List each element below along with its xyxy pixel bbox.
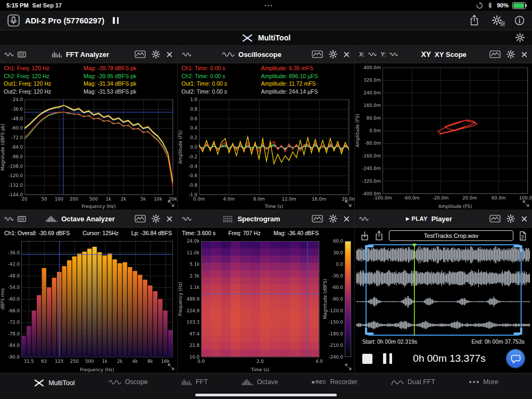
panel-title: Player [431,215,452,223]
tab-fft[interactable]: FFT [181,378,208,386]
oscilloscope-chart[interactable] [178,96,354,210]
fft-icon [52,51,62,58]
xy-icon: XY [421,50,431,59]
chart-options-icon[interactable] [135,215,146,222]
close-icon[interactable] [343,215,350,222]
scope-panel-header: Oscilloscope [178,46,354,63]
close-icon[interactable] [166,215,173,222]
tab-more[interactable]: More [469,378,498,386]
input-signal-icon[interactable] [182,52,192,57]
gear-icon[interactable] [506,214,515,223]
window-function-icon[interactable] [18,52,26,57]
gear-icon[interactable] [152,50,160,59]
oscilloscope-icon [222,52,235,57]
close-icon[interactable] [343,51,350,58]
gear-icon[interactable] [506,50,515,59]
more-icon [469,380,479,384]
rotation-lock-icon [476,2,483,9]
chat-bubble-icon [511,354,521,363]
tab-dual-fft[interactable]: Dual FFT [391,378,435,386]
xy-chart[interactable] [355,63,532,210]
spectrogram-chart[interactable] [178,238,354,373]
play-icon: ▶ [406,216,410,221]
panel-title: Spectrogram [237,215,280,223]
settings-gears-icon[interactable] [492,15,502,25]
file-info-icon[interactable] [519,231,527,241]
pause-button[interactable] [383,353,392,364]
export-file-icon[interactable] [375,230,384,241]
y-signal-icon[interactable] [389,52,398,57]
panel-title: XY Scope [435,51,467,59]
panel-title: Octave Analyzer [61,215,115,223]
panel-fft-analyzer: FFT Analyzer Ch1: Freq: 120 HzMag: -39.7… [0,45,177,210]
close-icon[interactable] [521,215,528,222]
tab-recorder[interactable]: REC Recorder [312,378,358,386]
gear-small-icon [500,21,505,27]
selection-end: End: 0h 00m 37.753s [471,338,525,345]
player-waveform[interactable] [356,243,531,337]
chart-options-icon[interactable] [312,51,323,58]
spectrogram-icon [223,215,234,222]
info-icon[interactable] [514,15,525,26]
gear-icon[interactable] [329,214,337,223]
selection-times: Start: 0h 00m 02.319s End: 0h 00m 37.753… [355,337,532,346]
home-indicator[interactable] [195,394,337,396]
filename-box[interactable]: TestTracks Crop.wav [389,230,513,241]
tab-multitool[interactable]: MultiTool [34,378,74,387]
input-signal-icon[interactable] [4,216,14,222]
gear-icon[interactable] [152,214,160,223]
battery-percent: 90% [497,2,509,9]
oscilloscope-icon [109,379,121,385]
panel-title: Oscilloscope [238,51,281,59]
gear-icon[interactable] [329,50,337,59]
share-icon[interactable] [469,14,479,26]
readout-row: Out2: Time: 0.00 sAmplitude: 244.14 µFS [181,88,351,96]
resize-icon[interactable] [168,200,174,207]
dual-fft-icon [391,379,404,386]
readout-row: Ch1: Time: 0.00 sAmplitude: 6.35 mFS [181,65,351,72]
battery-icon [512,2,526,9]
x-source-label: X: [359,51,364,57]
spectrogram-readout: Time: 3.600 s Freq: 707 Hz Mag: -36.40 d… [178,228,354,238]
import-file-icon[interactable] [360,230,369,241]
input-signal-icon[interactable] [182,216,192,222]
multitask-dots[interactable]: ••• [264,3,273,9]
close-icon[interactable] [521,51,528,58]
player-transport: 0h 00m 13.377s [355,346,532,373]
x-signal-icon[interactable] [368,52,377,57]
octave-chart[interactable] [0,238,177,373]
fft-chart[interactable] [0,96,177,210]
resize-icon[interactable] [345,200,352,207]
octave-readout: Ch1: Overall: -30.69 dBFS Cursor: 125Hz … [0,228,177,238]
screen: 5:15 PM Sat Sep 17 ••• 90% ADI-2 Pro (57… [0,0,532,399]
stop-button[interactable] [362,354,372,364]
resize-icon[interactable] [345,363,352,370]
chart-options-icon[interactable] [489,215,501,222]
multitool-bar: MultiTool [0,30,532,46]
tab-octave[interactable]: Octave [242,378,278,386]
chart-options-icon[interactable] [312,215,323,222]
tab-oscope[interactable]: Oscope [109,378,148,386]
layout-gear-icon[interactable] [516,33,525,42]
clock: 5:15 PM [6,2,29,9]
fft-readouts: Ch1: Freq: 120 HzMag: -39.78 dBFS pk Ch2… [0,63,177,96]
player-waveform-area [356,243,531,337]
octave-bars-icon [242,379,253,386]
pause-stream-button[interactable] [113,17,119,24]
fft-icon [181,379,192,386]
chart-options-icon[interactable] [489,51,501,58]
input-signal-icon[interactable] [4,52,14,57]
player-file-row: TestTracks Crop.wav [355,228,532,243]
resize-icon[interactable] [168,363,174,370]
comment-bubble-button[interactable] [506,350,525,368]
window-function-icon[interactable] [18,216,26,222]
resize-icon[interactable] [522,200,529,207]
chart-options-icon[interactable] [135,51,146,58]
device-title[interactable]: ADI-2 Pro (57760297) [25,16,104,25]
playback-time: 0h 00m 13.377s [403,353,496,364]
readout-row: Out1: Freq: 120 HzMag: -31.34 dBFS pk [4,80,173,88]
close-icon[interactable] [166,51,173,58]
device-icon[interactable] [7,14,20,27]
spectrogram-panel-header: Spectrogram [178,210,354,228]
bluetooth-icon [487,2,493,9]
